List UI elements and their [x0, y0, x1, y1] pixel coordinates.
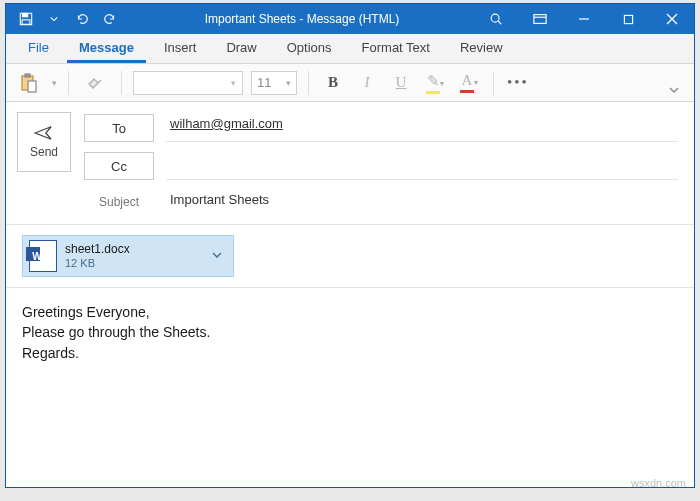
ribbon-display-options-icon[interactable]	[518, 4, 562, 34]
ribbon-toolbar: ▾ ▾ 11▾ B I U ✎▾ A▾ •••	[6, 64, 694, 102]
svg-rect-8	[624, 15, 632, 23]
paste-icon[interactable]	[14, 68, 44, 98]
cc-button[interactable]: Cc	[84, 152, 154, 180]
collapse-ribbon-icon[interactable]	[662, 80, 686, 101]
cc-field[interactable]	[166, 152, 678, 180]
subject-label: Subject	[84, 195, 154, 209]
ribbon-tabs: File Message Insert Draw Options Format …	[6, 34, 694, 64]
separator	[68, 71, 69, 95]
format-painter-icon[interactable]	[80, 68, 110, 98]
word-doc-icon: W	[29, 240, 57, 272]
attachment-filesize: 12 KB	[65, 257, 130, 270]
to-field[interactable]: wilham@gmail.com	[166, 114, 678, 142]
separator	[493, 71, 494, 95]
save-icon[interactable]	[12, 4, 40, 34]
bold-button[interactable]: B	[320, 74, 346, 91]
attachment-filename: sheet1.docx	[65, 242, 130, 256]
svg-rect-2	[22, 20, 30, 24]
more-commands-button[interactable]: •••	[505, 74, 531, 91]
font-name-selector[interactable]: ▾	[133, 71, 243, 95]
title-bar: Important Sheets - Message (HTML)	[6, 4, 694, 34]
svg-point-3	[491, 14, 499, 22]
attachment-menu-icon[interactable]	[207, 249, 227, 264]
message-body[interactable]: Greetings Everyone, Please go through th…	[6, 288, 694, 487]
attachments-area: W sheet1.docx 12 KB	[6, 225, 694, 288]
maximize-button[interactable]	[606, 4, 650, 34]
svg-rect-1	[23, 13, 28, 17]
compose-header: Send To wilham@gmail.com Cc Subject Impo…	[6, 102, 694, 225]
attachment-info: sheet1.docx 12 KB	[65, 242, 130, 270]
svg-rect-5	[534, 15, 546, 24]
tab-message[interactable]: Message	[67, 34, 146, 63]
send-label: Send	[30, 145, 58, 159]
tab-format-text[interactable]: Format Text	[350, 34, 442, 63]
outlook-compose-window: Important Sheets - Message (HTML) File M…	[5, 3, 695, 488]
svg-rect-13	[28, 81, 36, 92]
italic-button[interactable]: I	[354, 74, 380, 91]
window-title: Important Sheets - Message (HTML)	[130, 12, 474, 26]
window-controls	[562, 4, 694, 34]
close-button[interactable]	[650, 4, 694, 34]
font-color-button[interactable]: A▾	[456, 72, 482, 93]
search-icon[interactable]	[474, 4, 518, 34]
tab-insert[interactable]: Insert	[152, 34, 209, 63]
send-button[interactable]: Send	[17, 112, 71, 172]
tab-review[interactable]: Review	[448, 34, 515, 63]
attachment-chip[interactable]: W sheet1.docx 12 KB	[22, 235, 234, 277]
font-size-value: 11	[257, 75, 271, 90]
separator	[308, 71, 309, 95]
subject-field[interactable]: Important Sheets	[166, 190, 678, 214]
title-suffix: - Message (HTML)	[296, 12, 399, 26]
watermark: wsxdn.com	[631, 477, 686, 489]
send-icon	[33, 125, 55, 141]
separator	[121, 71, 122, 95]
tab-draw[interactable]: Draw	[214, 34, 268, 63]
svg-rect-12	[25, 74, 30, 77]
undo-icon[interactable]	[68, 4, 96, 34]
title-docname: Important Sheets	[205, 12, 296, 26]
highlight-color-button[interactable]: ✎▾	[422, 72, 448, 94]
redo-icon[interactable]	[96, 4, 124, 34]
quick-access-toolbar	[6, 4, 130, 34]
tab-file[interactable]: File	[16, 34, 61, 63]
tab-options[interactable]: Options	[275, 34, 344, 63]
underline-button[interactable]: U	[388, 74, 414, 91]
qat-dropdown-icon[interactable]	[40, 4, 68, 34]
font-size-selector[interactable]: 11▾	[251, 71, 297, 95]
svg-line-4	[498, 21, 501, 24]
to-button[interactable]: To	[84, 114, 154, 142]
minimize-button[interactable]	[562, 4, 606, 34]
